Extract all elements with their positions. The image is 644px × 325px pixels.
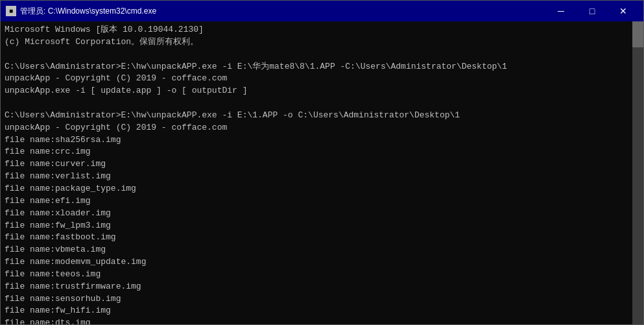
maximize-button[interactable]: □ (577, 1, 607, 21)
titlebar: ■ 管理员: C:\Windows\system32\cmd.exe ─ □ ✕ (1, 1, 643, 21)
titlebar-title: 管理员: C:\Windows\system32\cmd.exe (20, 6, 546, 17)
titlebar-controls: ─ □ ✕ (546, 1, 638, 21)
scrollbar-thumb[interactable] (632, 21, 643, 47)
console-output: Microsoft Windows [版本 10.0.19044.2130] (… (5, 24, 639, 324)
minimize-button[interactable]: ─ (546, 1, 576, 21)
console-body: Microsoft Windows [版本 10.0.19044.2130] (… (1, 21, 643, 324)
close-button[interactable]: ✕ (608, 1, 638, 21)
scrollbar[interactable] (632, 21, 643, 324)
titlebar-icon: ■ (6, 6, 16, 16)
cmd-window: ■ 管理员: C:\Windows\system32\cmd.exe ─ □ ✕… (0, 0, 644, 325)
